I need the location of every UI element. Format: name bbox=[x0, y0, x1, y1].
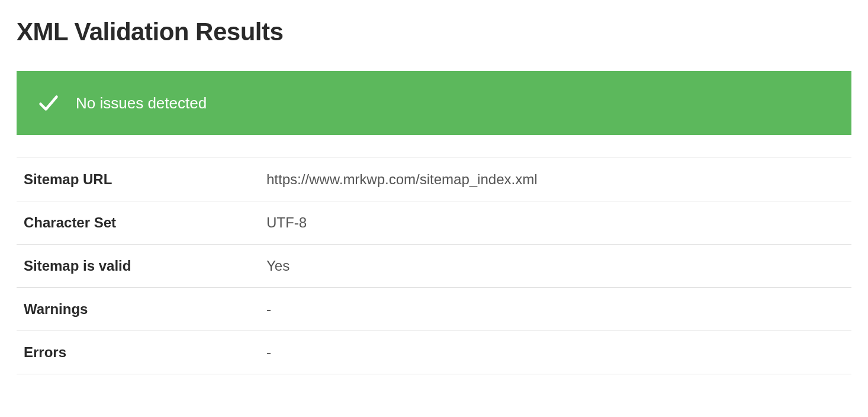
row-value-valid: Yes bbox=[259, 245, 851, 288]
row-value-charset: UTF-8 bbox=[259, 201, 851, 245]
results-table: Sitemap URL https://www.mrkwp.com/sitema… bbox=[17, 158, 851, 374]
table-row: Sitemap is valid Yes bbox=[17, 245, 851, 288]
table-row: Warnings - bbox=[17, 288, 851, 331]
page-title: XML Validation Results bbox=[17, 18, 851, 46]
row-value-warnings: - bbox=[259, 288, 851, 331]
table-row: Errors - bbox=[17, 331, 851, 374]
status-banner: No issues detected bbox=[17, 71, 851, 135]
row-label-valid: Sitemap is valid bbox=[17, 245, 259, 288]
table-row: Sitemap URL https://www.mrkwp.com/sitema… bbox=[17, 158, 851, 201]
status-message: No issues detected bbox=[76, 94, 207, 113]
row-label-warnings: Warnings bbox=[17, 288, 259, 331]
row-label-sitemap-url: Sitemap URL bbox=[17, 158, 259, 201]
checkmark-icon bbox=[38, 92, 59, 114]
row-value-sitemap-url: https://www.mrkwp.com/sitemap_index.xml bbox=[259, 158, 851, 201]
row-label-errors: Errors bbox=[17, 331, 259, 374]
row-value-errors: - bbox=[259, 331, 851, 374]
table-row: Character Set UTF-8 bbox=[17, 201, 851, 245]
row-label-charset: Character Set bbox=[17, 201, 259, 245]
